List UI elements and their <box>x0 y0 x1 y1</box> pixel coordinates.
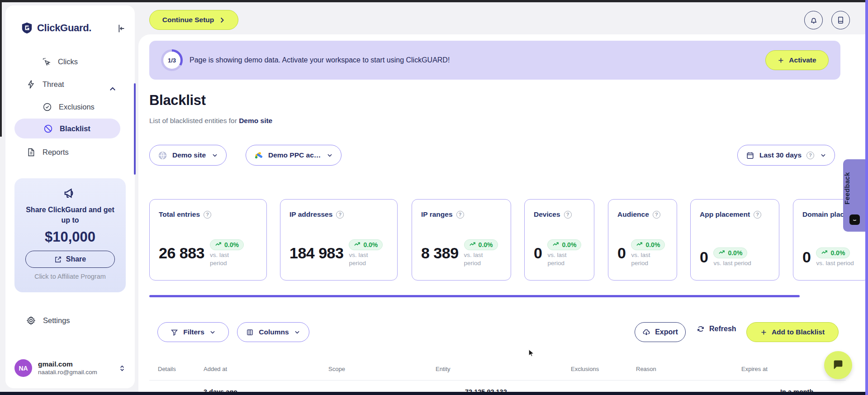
delta-badge: 0.0% <box>631 239 665 250</box>
col-header-expires-at[interactable]: Expires at <box>741 366 768 372</box>
cards-horizontal-scrollbar[interactable] <box>149 295 800 297</box>
sidebar-item-blacklist[interactable]: Blacklist <box>43 119 90 138</box>
setup-progress-ring: 1/3 <box>161 49 183 71</box>
filters-dropdown[interactable]: Filters <box>157 322 229 342</box>
help-icon: ? <box>336 211 344 219</box>
mouse-cursor <box>527 348 536 357</box>
stat-value: 0 <box>802 248 811 266</box>
date-range-value: Last 30 days <box>759 151 802 159</box>
docs-button[interactable] <box>831 11 850 29</box>
refresh-label: Refresh <box>709 325 736 333</box>
sidebar-collapse-icon[interactable] <box>116 24 126 33</box>
col-header-added-at[interactable]: Added at <box>204 366 227 372</box>
columns-dropdown[interactable]: Columns <box>237 322 309 342</box>
chevron-down-icon <box>209 329 216 335</box>
sidebar-item-label: Exclusions <box>59 103 95 111</box>
refresh-button[interactable]: Refresh <box>697 325 736 333</box>
col-header-scope[interactable]: Scope <box>328 366 345 372</box>
stat-title: Audience <box>617 210 649 219</box>
chat-launcher-button[interactable] <box>824 351 852 379</box>
globe-icon <box>158 151 167 160</box>
delta-badge: 0.0% <box>210 239 244 250</box>
chevron-up-icon[interactable] <box>109 85 117 93</box>
filters-label: Filters <box>183 328 204 336</box>
chevron-down-icon <box>212 152 218 158</box>
col-header-reason[interactable]: Reason <box>636 366 656 372</box>
promo-footer: Click to Affiliate Program <box>14 273 126 280</box>
workspace-switcher[interactable]: NA gmail.com naatali.ro@gmail.com <box>14 359 126 377</box>
chevron-down-icon <box>294 329 300 335</box>
col-header-exclusions[interactable]: Exclusions <box>571 366 599 372</box>
gear-icon <box>26 316 36 325</box>
bolt-icon <box>26 80 36 89</box>
badge-check-icon <box>43 102 52 112</box>
help-icon: ? <box>754 211 761 219</box>
activate-button[interactable]: Activate <box>765 50 829 70</box>
cursor-click-icon <box>42 57 51 67</box>
continue-setup-button[interactable]: Continue Setup <box>149 10 238 30</box>
ppc-account-selector[interactable]: Demo PPC ac… <box>246 145 342 166</box>
stat-title: App placement <box>700 210 750 219</box>
setup-progress-value: 1/3 <box>163 52 180 69</box>
megaphone-icon <box>63 186 77 200</box>
affiliate-promo-card[interactable]: Share ClickGuard and get up to $10,000 S… <box>14 178 126 292</box>
sidebar-item-settings[interactable]: Settings <box>26 316 70 325</box>
col-header-entity[interactable]: Entity <box>436 366 451 372</box>
site-selector[interactable]: Demo site <box>149 145 227 166</box>
sidebar-item-exclusions[interactable]: Exclusions <box>43 98 95 116</box>
sidebar-scrollbar[interactable] <box>134 83 136 175</box>
subtitle-prefix: List of blacklisted entities for <box>149 117 239 124</box>
activate-label: Activate <box>789 56 816 64</box>
sidebar-item-label: Clicks <box>58 57 78 66</box>
user-email: naatali.ro@gmail.com <box>38 369 97 376</box>
banner-message: Page is showing demo data. Activate your… <box>190 56 450 64</box>
sidebar-item-reports[interactable]: Reports <box>26 143 69 161</box>
bell-icon <box>809 16 818 25</box>
workspace-name: gmail.com <box>38 360 97 368</box>
stat-caption: vs. last period <box>464 251 492 267</box>
feedback-tab[interactable]: Feedback <box>843 159 866 232</box>
help-icon: ? <box>456 211 464 219</box>
add-to-blacklist-button[interactable]: Add to Blacklist <box>746 322 839 342</box>
ppc-account-value: Demo PPC ac… <box>268 151 321 159</box>
stat-value: 8 389 <box>421 244 459 262</box>
filter-icon <box>171 328 178 336</box>
delta-badge: 0.0% <box>349 239 383 250</box>
plus-icon <box>778 57 784 64</box>
trend-up-icon <box>552 241 559 248</box>
plus-icon <box>760 329 767 336</box>
main-panel: 1/3 Page is showing demo data. Activate … <box>138 34 868 395</box>
external-link-icon <box>54 256 62 263</box>
logo[interactable]: ClickGuard. <box>21 22 91 34</box>
sidebar-item-clicks[interactable]: Clicks <box>42 52 78 71</box>
intercom-smiley-icon <box>849 214 860 225</box>
stat-caption: vs. last period <box>210 251 238 267</box>
stat-caption: vs. last period <box>816 259 854 267</box>
avatar: NA <box>14 359 32 377</box>
stat-card-ip-ranges: IP ranges? 8 389 0.0% vs. last period <box>412 199 511 281</box>
date-range-selector[interactable]: Last 30 days ? <box>737 145 835 166</box>
cloud-download-icon <box>642 328 650 336</box>
document-icon <box>26 148 36 157</box>
sidebar-item-threat[interactable]: Threat <box>26 75 64 93</box>
stat-card-total-entries: Total entries? 26 883 0.0% vs. last peri… <box>149 199 267 281</box>
share-button[interactable]: Share <box>25 251 115 268</box>
site-selector-value: Demo site <box>172 151 206 159</box>
calendar-icon <box>746 151 754 160</box>
sidebar-item-label: Blacklist <box>60 124 90 133</box>
stat-card-audience: Audience? 0 0.0% vs. last period <box>608 199 677 281</box>
export-button[interactable]: Export <box>635 322 686 342</box>
clickguard-shield-icon <box>21 22 33 34</box>
notifications-button[interactable] <box>804 11 823 29</box>
delta-badge: 0.0% <box>464 239 498 250</box>
delta-badge: 0.0% <box>547 239 581 250</box>
stat-value: 184 983 <box>289 244 343 262</box>
page-vertical-scrollbar[interactable] <box>865 0 868 395</box>
col-header-details[interactable]: Details <box>158 366 176 372</box>
clickguard-app: ClickGuard. Clicks Threat Ex <box>0 0 868 395</box>
delta-badge: 0.0% <box>713 247 747 258</box>
continue-setup-label: Continue Setup <box>162 16 214 24</box>
columns-label: Columns <box>259 328 289 336</box>
stat-caption: vs. last period <box>713 259 751 267</box>
trend-up-icon <box>718 249 725 256</box>
